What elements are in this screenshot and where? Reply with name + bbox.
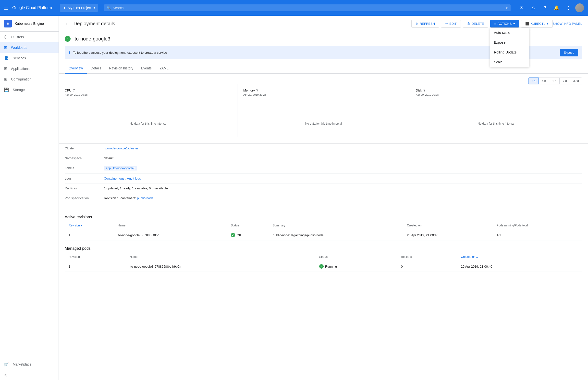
actions-button[interactable]: ≡ ACTIONS ▾ <box>490 20 519 28</box>
sidebar-item-workloads[interactable]: ⊞ Workloads <box>0 42 59 53</box>
metric-panel-disk: Disk ? Apr 20, 2019 20:28 No data for th… <box>410 84 582 137</box>
show-info-panel-button[interactable]: SHOW INFO PANEL <box>553 22 582 25</box>
logs-value: Container logs , Audit logs <box>104 177 141 180</box>
delete-icon: 🗑 <box>467 22 470 25</box>
cpu-help-icon[interactable]: ? <box>73 88 75 92</box>
row-revision: 1 <box>65 230 114 240</box>
right-icons: ✉ ⚠ ? 🔔 ⋮ <box>517 3 584 13</box>
services-icon: 👤 <box>4 56 9 60</box>
search-input[interactable] <box>113 6 504 10</box>
bell-icon-btn[interactable]: 🔔 <box>552 3 562 13</box>
alert-icon-btn[interactable]: ⚠ <box>528 3 538 13</box>
sidebar-item-services[interactable]: 👤 Services <box>0 53 59 63</box>
avatar[interactable] <box>575 3 584 12</box>
expose-button[interactable]: Expose <box>560 49 578 57</box>
active-revisions-table: Revision ▾ Name Status Summary Created o… <box>65 221 582 240</box>
time-btn-1d[interactable]: 1 d <box>549 77 560 84</box>
tab-yaml[interactable]: YAML <box>156 63 173 74</box>
kubectl-chevron-icon: ▾ <box>547 22 549 25</box>
row-created-on: 20 Apr 2019, 21:00:40 <box>403 230 493 240</box>
time-btn-6h[interactable]: 6 h <box>539 77 549 84</box>
time-range: 1 h 6 h 1 d 7 d 30 d <box>59 74 588 84</box>
actions-dropdown-menu: Auto-scale Expose Rolling Update Scale <box>490 28 529 67</box>
deployment-status-icon: ✓ <box>65 36 70 42</box>
project-selector[interactable]: ✦ My First Project ▾ <box>60 4 98 12</box>
mp-col-restarts: Restarts <box>397 253 457 261</box>
sidebar-item-collapse[interactable]: ◁ <box>0 369 59 380</box>
cluster-value[interactable]: lto-node-google1-cluster <box>104 147 138 150</box>
sidebar-item-storage[interactable]: 💾 Storage <box>0 84 59 95</box>
mp-col-created-on[interactable]: Created on ▴ <box>457 253 582 261</box>
actions-chevron-icon: ▾ <box>513 22 515 25</box>
row-status: ✓ OK <box>227 230 269 240</box>
mp-col-status: Status <box>315 253 397 261</box>
detail-row-logs: Logs Container logs , Audit logs <box>65 174 582 184</box>
menu-item-scale[interactable]: Scale <box>490 57 529 67</box>
memory-help-icon[interactable]: ? <box>256 88 258 92</box>
namespace-label: Namespace <box>65 156 104 160</box>
metrics-section: CPU ? Apr 20, 2019 20:28 No data for thi… <box>59 84 588 143</box>
mp-row-created-on: 20 Apr 2019, 21:00:40 <box>457 261 582 272</box>
hamburger-icon[interactable]: ☰ <box>4 5 8 11</box>
col-summary: Summary <box>269 221 403 230</box>
delete-button[interactable]: 🗑 DELETE <box>463 20 488 28</box>
project-name: My First Project <box>68 6 92 10</box>
tab-events[interactable]: Events <box>137 63 156 74</box>
tab-revision-history[interactable]: Revision history <box>105 63 137 74</box>
sidebar-item-applications[interactable]: ⊞ Applications <box>0 63 59 74</box>
disk-time: Apr 20, 2019 20:28 <box>416 93 576 96</box>
sidebar-item-configuration[interactable]: ⊞ Configuration <box>0 74 59 84</box>
more-icon-btn[interactable]: ⋮ <box>564 3 573 13</box>
detail-row-labels: Labels app : lto-node-google3 <box>65 163 582 174</box>
sidebar: ⎈ Kubernetes Engine ⬡ Clusters ⊞ Workloa… <box>0 16 59 380</box>
refresh-icon: ↻ <box>415 22 418 25</box>
time-btn-7d[interactable]: 7 d <box>560 77 570 84</box>
menu-item-autoscale[interactable]: Auto-scale <box>490 28 529 38</box>
col-revision[interactable]: Revision ▾ <box>65 221 114 230</box>
status-text: OK <box>237 233 241 237</box>
sidebar-header: ⎈ Kubernetes Engine <box>0 16 59 32</box>
sidebar-item-clusters[interactable]: ⬡ Clusters <box>0 32 59 42</box>
running-status-text: Running <box>325 265 337 268</box>
help-icon-btn[interactable]: ? <box>540 3 550 13</box>
search-icon: 🔍 <box>107 6 111 10</box>
tab-overview[interactable]: Overview <box>65 63 87 74</box>
tab-details[interactable]: Details <box>87 63 105 74</box>
labels-chip: app : lto-node-google3 <box>104 166 137 171</box>
replicas-value: 1 updated, 1 ready, 1 available, 0 unava… <box>104 187 168 190</box>
sidebar-label-services: Services <box>13 56 26 60</box>
managed-pods-title: Managed pods <box>59 242 588 253</box>
container-logs-link[interactable]: Container logs <box>104 177 124 180</box>
back-button[interactable]: ← <box>65 21 69 26</box>
menu-item-expose[interactable]: Expose <box>490 38 529 47</box>
kubectl-button[interactable]: ⬛ KUBECTL ▾ <box>521 20 553 28</box>
audit-logs-link[interactable]: Audit logs <box>127 177 141 180</box>
labels-label: Labels <box>65 166 104 170</box>
email-icon-btn[interactable]: ✉ <box>517 3 526 13</box>
row-summary: public-node: legalthings/public-node <box>269 230 403 240</box>
page-title: Deployment details <box>73 21 411 26</box>
configuration-icon: ⊞ <box>4 77 7 81</box>
table-row: 1 lto-node-google3-678865f8bc-h9p9n ✓ Ru… <box>65 261 582 272</box>
cpu-time: Apr 20, 2019 20:28 <box>65 93 231 96</box>
replicas-label: Replicas <box>65 187 104 190</box>
pod-spec-link[interactable]: public-node <box>137 196 153 200</box>
actions-icon: ≡ <box>494 22 496 25</box>
mp-row-name: lto-node-google3-678865f8bc-h9p9n <box>126 261 315 272</box>
sidebar-label-workloads: Workloads <box>11 46 27 50</box>
time-btn-30d[interactable]: 30 d <box>570 77 582 84</box>
col-pods: Pods running/Pods total <box>493 221 582 230</box>
sidebar-item-marketplace[interactable]: 🛒 Marketplace <box>0 359 59 369</box>
edit-button[interactable]: ✏ EDIT <box>441 20 461 28</box>
search-dropdown-icon[interactable]: ▾ <box>506 6 508 10</box>
sidebar-title: Kubernetes Engine <box>15 21 44 25</box>
refresh-button[interactable]: ↻ REFRESH <box>411 20 439 28</box>
pod-spec-value: Revision 1, containers: public-node <box>104 196 153 200</box>
menu-item-rolling-update[interactable]: Rolling Update <box>490 47 529 57</box>
memory-time: Apr 20, 2019 20:28 <box>243 93 404 96</box>
disk-no-data: No data for this time interval <box>478 122 514 125</box>
sidebar-label-configuration: Configuration <box>11 77 31 81</box>
disk-help-icon[interactable]: ? <box>423 88 425 92</box>
col-created-on: Created on <box>403 221 493 230</box>
time-btn-1h[interactable]: 1 h <box>528 77 539 84</box>
